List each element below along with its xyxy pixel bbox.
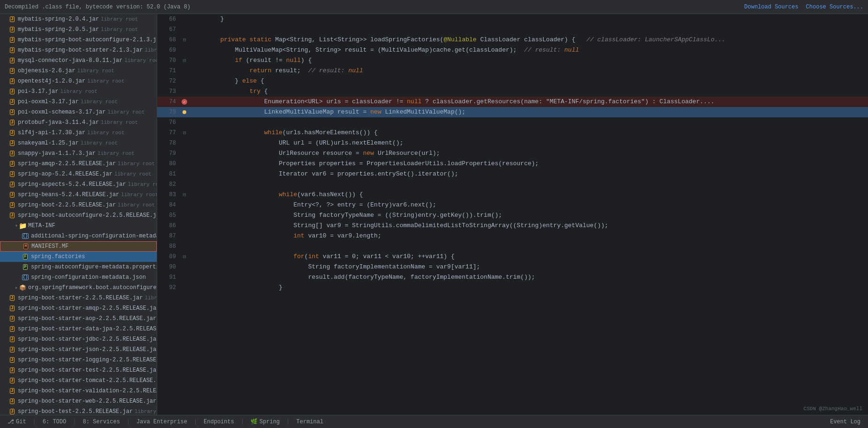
sidebar-item-qualifier: library root [124,58,157,63]
line-number: 72 [157,78,180,84]
sidebar-item-qualifier: library root [101,120,138,125]
jar-icon: J [8,336,16,343]
sidebar-item-snakeyaml[interactable]: Jsnakeyaml-1.25.jarlibrary root [0,138,157,148]
sidebar-item-spring-aop[interactable]: Jspring-aop-5.2.4.RELEASE.jarlibrary roo… [0,169,157,179]
sidebar-item-label: spring-boot-test-2.2.5.RELEASE.jar [18,408,133,415]
sidebar-item-slf4j-api[interactable]: Jslf4j-api-1.7.30.jarlibrary root [0,128,157,138]
sidebar-item-poi[interactable]: Jpoi-3.17.jarlibrary root [0,86,157,97]
endpoints-status[interactable]: Endpoints [201,418,237,426]
line-number: 67 [157,26,180,33]
sidebar-item-qualifier: library root [101,27,138,32]
sidebar-item-MANIFEST[interactable]: MMANIFEST.MF [0,241,157,252]
sidebar-item-spring-boot-starter-amqp[interactable]: Jspring-boot-starter-amqp-2.2.5.RELEASE.… [0,303,157,313]
sidebar-item-spring-boot-starter-web[interactable]: Jspring-boot-starter-web-2.2.5.RELEASE.j… [0,396,157,406]
sidebar-item-org-springframework[interactable]: ▸📦org.springframework.boot.autoconfigure [0,283,157,293]
sidebar-item-spring-beans[interactable]: Jspring-beans-5.2.4.RELEASE.jarlibrary r… [0,190,157,200]
sidebar-item-spring-factories-file[interactable]: Fspring.factories [0,252,157,262]
sidebar-item-qualifier: library root [98,151,135,156]
fold-arrow[interactable]: ⊟ [183,58,186,63]
fold-arrow[interactable]: ⊟ [183,192,186,198]
code-line-89: 89⊟ for(int var11 = 0; var11 < var10; ++… [157,252,868,262]
todo-status[interactable]: 6: TODO [40,418,69,426]
sidebar-item-spring-boot-starter-jdbc[interactable]: Jspring-boot-starter-jdbc-2.2.5.RELEASE.… [0,334,157,344]
sidebar-item-spring-configuration-metadata[interactable]: {}spring-configuration-metadata.json [0,272,157,283]
sidebar-item-spring-boot-starter-data-jpa[interactable]: Jspring-boot-starter-data-jpa-2.2.5.RELE… [0,324,157,334]
spring-status[interactable]: 🌿 Spring [248,417,282,426]
sidebar-item-mybatis-spring-2.0.5[interactable]: Jmybatis-spring-2.0.5.jarlibrary root [0,24,157,35]
sidebar-item-spring-boot-starter-logging[interactable]: Jspring-boot-starter-logging-2.2.5.RELEA… [0,355,157,365]
git-status[interactable]: ⎇ Git [5,417,29,426]
fold-arrow[interactable]: ⊟ [183,37,186,43]
sidebar-item-spring-autoconfigure-metadata[interactable]: Pspring-autoconfigure-metadata.propertie… [0,262,157,272]
sidebar-item-label: spring-autoconfigure-metadata.properties [31,264,157,270]
sidebar-item-spring-boot-starter-json[interactable]: Jspring-boot-starter-json-2.2.5.RELEASE.… [0,344,157,355]
fold-arrow[interactable]: ⊟ [183,130,186,136]
code-line-91: 91 result.add(factoryTypeName, factoryIm… [157,272,868,283]
breakpoint-indicator[interactable] [182,99,187,105]
sidebar-item-spring-boot-autoconfigure[interactable]: Jspring-boot-autoconfigure-2.2.5.RELEASE… [0,210,157,221]
sidebar-item-label: spring-boot-starter-web-2.2.5.RELEASE.ja… [18,398,156,405]
sidebar-item-label: protobuf-java-3.11.4.jar [18,119,99,126]
file-tree[interactable]: Jmybatis-spring-2.0.4.jarlibrary rootJmy… [0,14,157,415]
sidebar-item-label: mybatis-spring-boot-starter-2.1.3.jar [18,47,143,54]
sidebar-item-META-INF-folder[interactable]: ▾📁META-INF [0,221,157,231]
jar-icon: J [8,201,16,209]
sidebar-item-qualifier: library root [145,295,157,301]
sidebar-item-spring-aspects[interactable]: Jspring-aspects-5.2.4.RELEASE.jarlibrary… [0,179,157,190]
code-text: try { [189,86,268,97]
services-status[interactable]: 8: Services [80,418,122,426]
sidebar-item-label: mysql-connector-java-8.0.11.jar [18,57,122,64]
line-number: 68 [157,37,180,43]
sidebar-item-snappy-java[interactable]: Jsnappy-java-1.1.7.3.jarlibrary root [0,148,157,159]
bookmark-indicator[interactable] [183,110,186,114]
java-enterprise-status[interactable]: Java Enterprise [134,418,190,426]
sidebar-item-qualifier: library root [145,47,157,53]
sidebar-item-objenesis[interactable]: Jobjenesis-2.6.jarlibrary root [0,66,157,76]
sidebar-item-protobuf-java[interactable]: Jprotobuf-java-3.11.4.jarlibrary root [0,117,157,128]
gutter-77[interactable]: ⊟ [180,130,189,136]
fold-arrow[interactable]: ⊟ [183,254,186,260]
sidebar-item-mysql-connector[interactable]: Jmysql-connector-java-8.0.11.jarlibrary … [0,55,157,66]
sidebar-item-label: poi-ooxml-schemas-3.17.jar [18,109,106,115]
gutter-89[interactable]: ⊟ [180,254,189,260]
download-sources-link[interactable]: Download Sources [744,4,798,10]
sidebar-item-mybatis-spring-2.0.4[interactable]: Jmybatis-spring-2.0.4.jarlibrary root [0,14,157,24]
jar-icon: J [8,305,16,312]
sidebar-item-spring-amqp[interactable]: Jspring-amqp-2.2.5.RELEASE.jarlibrary ro… [0,159,157,169]
sidebar-item-spring-boot[interactable]: Jspring-boot-2.2.5.RELEASE.jarlibrary ro… [0,200,157,210]
choose-sources-link[interactable]: Choose Sources... [806,4,863,10]
sidebar-item-opentest4j[interactable]: Jopentest4j-1.2.0.jarlibrary root [0,76,157,86]
code-line-83: 83⊟ while(var6.hasNext()) { [157,190,868,200]
sidebar-item-spring-boot-starter-test[interactable]: Jspring-boot-starter-test-2.2.5.RELEASE.… [0,365,157,375]
gutter-68[interactable]: ⊟ [180,37,189,43]
jar-icon: J [8,315,16,322]
decompiled-info: Decompiled .class file, bytecode version… [5,4,190,10]
event-log-status[interactable]: Event Log [827,418,863,426]
sidebar-item-spring-boot-starter[interactable]: Jspring-boot-starter-2.2.5.RELEASE.jarli… [0,293,157,303]
sidebar-item-poi-ooxml[interactable]: Jpoi-ooxml-3.17.jarlibrary root [0,97,157,107]
event-log-label: Event Log [830,419,860,425]
folder-arrow[interactable]: ▾ [15,223,18,229]
sidebar-item-spring-boot-test[interactable]: Jspring-boot-test-2.2.5.RELEASE.jarlibra… [0,406,157,415]
gutter-83[interactable]: ⊟ [180,192,189,198]
manifest-icon: M [22,243,30,250]
sidebar-item-additional-spring[interactable]: {}additional-spring-configuration-metada… [0,231,157,241]
sidebar-item-mybatis-spring-boot-starter[interactable]: Jmybatis-spring-boot-starter-2.1.3.jarli… [0,45,157,55]
jar-icon: J [8,367,16,374]
terminal-status[interactable]: Terminal [294,418,327,426]
gutter-75[interactable] [180,110,189,114]
gutter-70[interactable]: ⊟ [180,58,189,63]
sidebar-item-spring-boot-starter-tomcat[interactable]: Jspring-boot-starter-tomcat-2.2.5.RELEAS… [0,375,157,386]
line-number: 70 [157,57,180,64]
sidebar-item-spring-boot-starter-aop[interactable]: Jspring-boot-starter-aop-2.2.5.RELEASE.j… [0,313,157,324]
line-number: 77 [157,130,180,136]
jar-icon: J [8,150,16,157]
sidebar-item-spring-boot-starter-validation[interactable]: Jspring-boot-starter-validation-2.2.5.RE… [0,386,157,396]
sidebar-item-poi-ooxml-schemas[interactable]: Jpoi-ooxml-schemas-3.17.jarlibrary root [0,107,157,117]
code-editor[interactable]: 66 }6768⊟ private static Map<String, Lis… [157,14,868,415]
gutter-74[interactable] [180,99,189,105]
factories-icon: F [22,253,29,260]
code-text: Iterator var6 = properties.entrySet().it… [189,169,458,179]
code-text: if (result != null) { [189,55,312,66]
sidebar-item-mybatis-spring-boot-autoconfigure[interactable]: Jmybatis-spring-boot-autoconfigure-2.1.3… [0,35,157,45]
